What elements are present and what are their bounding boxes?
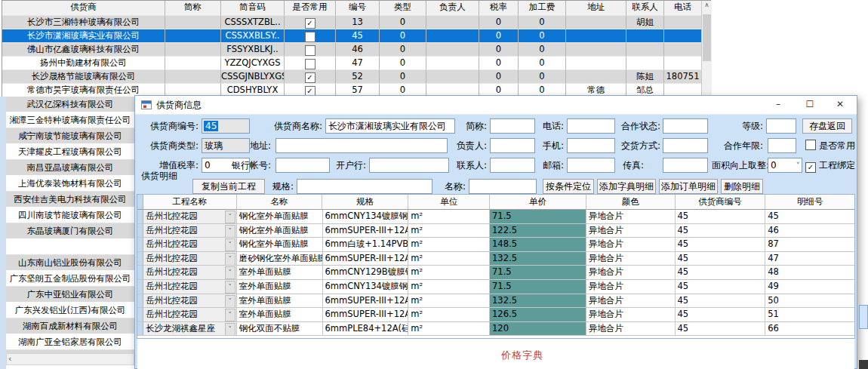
supplier-list-item[interactable]: 广东坚朗五金制品股份有限公司 (6, 271, 134, 287)
dropdown-icon[interactable]: ˅ (225, 211, 235, 223)
project-combo[interactable]: 岳州北控花园˅ (143, 294, 237, 309)
checkbox-icon[interactable] (305, 45, 315, 56)
supplier-list-item[interactable]: 湖南广亚全铝家居有限公司 (6, 334, 134, 350)
column-header[interactable]: 联系人 (626, 1, 664, 16)
column-header[interactable]: 是否常用 (285, 1, 336, 16)
grid-column-header[interactable]: 规格 (322, 195, 408, 210)
column-header[interactable]: 编号 (336, 1, 380, 16)
address-field[interactable] (275, 138, 448, 153)
scroll-up-icon[interactable]: ∧ (702, 1, 712, 11)
add-dict-button[interactable]: 添加字典明细 (597, 179, 656, 194)
dropdown-icon[interactable]: ˅ (225, 238, 235, 251)
bind-checkbox[interactable]: ✓工程绑定 (805, 158, 855, 173)
locate-button[interactable]: 按条件定位 (543, 179, 594, 194)
project-combo[interactable]: 岳州北控花园˅ (143, 252, 237, 266)
column-header[interactable]: 简音码 (221, 1, 285, 16)
detail-row[interactable]: 岳州北控花园˅室外单面贴膜6mmCNY134镀膜钢化m²71.5异地合片4549 (137, 280, 854, 294)
dropdown-icon[interactable]: ˅ (225, 266, 235, 279)
grid-column-header[interactable]: 明细号 (765, 195, 854, 210)
grid-column-header[interactable]: 供货商编号 (676, 195, 766, 210)
detail-row[interactable]: 岳州北控花园˅磨砂钢化室外单面贴膜6mmSUPER-III+12A(硅...m²… (137, 252, 854, 266)
supplier-name-field[interactable] (325, 118, 455, 134)
detail-row[interactable]: 长沙龙湖祺鑫星座˅钢化双面不贴膜6mmPLE84+12A(硅酮胶...m²120… (137, 322, 854, 337)
supplier-list-item[interactable]: 西安佳吉美电力科技有限公司 (6, 192, 134, 208)
scrollbar-thumb[interactable] (703, 14, 711, 61)
grade-field[interactable] (766, 118, 796, 134)
dropdown-icon[interactable]: ˅ (225, 323, 235, 336)
phone-field[interactable] (567, 118, 615, 134)
dropdown-icon[interactable]: ˅ (225, 225, 235, 238)
horizontal-scrollbar[interactable]: ‹ (6, 353, 134, 365)
supplier-row[interactable]: 扬州中勤建材有限公司YZZQJCYXGS47000 (2, 57, 701, 70)
column-header[interactable]: 税率 (479, 1, 519, 16)
supplier-list-item[interactable]: 山东南山铝业股份有限公司 (6, 255, 134, 271)
bank-field[interactable] (369, 158, 449, 173)
supplier-list-item[interactable]: 南昌亚晶玻璃有限公司 (6, 160, 134, 176)
supplier-list-item[interactable]: 湘潭三金特种玻璃有限责任公司 (6, 112, 134, 128)
supplier-list-item[interactable] (6, 239, 134, 255)
supplier-list-item[interactable]: 上海优泰装饰材料有限公司 (6, 176, 134, 192)
supplier-row[interactable]: 佛山市亿鑫玻璃科技有限公司FSSYXBLKJ..46000 (2, 43, 701, 57)
supplier-row[interactable]: 长沙市潇湘玻璃实业有限公司CSSXXBLSY..45000 (2, 29, 701, 43)
close-button[interactable]: ✕ (825, 96, 855, 114)
supplier-row[interactable]: 长沙市三湘特种玻璃有限公司CSSSXTZBL..✓13000胡姐 (2, 16, 701, 29)
delivery-field[interactable] (663, 138, 708, 153)
abbr-field[interactable] (490, 118, 535, 134)
save-return-button[interactable]: 存盘返回 (802, 118, 852, 134)
column-header[interactable]: 加工费 (519, 1, 566, 16)
supplier-list-item[interactable]: 湖南百成新材料有限公司 (6, 318, 134, 334)
contact-field[interactable] (490, 158, 535, 173)
supplier-row[interactable]: 长沙晟格节能玻璃有限公司CSSGJNBLYXGS✓52000陈姐180751 (2, 70, 701, 84)
copy-project-button[interactable]: 复制当前工程 (192, 179, 265, 194)
checkbox-icon[interactable]: ✓ (305, 72, 315, 83)
coop-years-field[interactable] (768, 138, 796, 153)
column-header[interactable]: 电话 (664, 1, 701, 16)
grid-column-header[interactable]: 单位 (408, 195, 490, 210)
common-checkbox[interactable]: 是否常用 (805, 138, 855, 153)
detail-row[interactable]: 岳州北控花园˅室外单面贴膜6mmSUPER-III+12A(硅...m²132.… (137, 294, 854, 309)
supplier-no-field[interactable]: 45 (202, 118, 250, 134)
add-order-button[interactable]: 添加订单明细 (659, 179, 718, 194)
column-header[interactable]: 供货商 (2, 1, 165, 16)
project-combo[interactable]: 岳州北控花园˅ (143, 280, 237, 294)
project-combo[interactable]: 岳州北控花园˅ (143, 224, 237, 238)
supplier-list-item[interactable]: 四川南玻节能玻璃有限公司 (6, 208, 134, 223)
vertical-scrollbar[interactable]: ∧ (701, 1, 712, 97)
owner-field[interactable] (490, 138, 535, 153)
grid-column-header[interactable]: 工程名称 (143, 195, 237, 210)
dialog-titlebar[interactable]: 供货商信息 – ☐ ✕ (135, 96, 857, 115)
column-header[interactable]: 简称 (165, 1, 221, 16)
detail-row[interactable]: 岳州北控花园˅钢化室外单面贴膜6mmCNY134镀膜钢化m²71.5异地合片45… (137, 210, 854, 224)
type-field[interactable] (202, 138, 250, 153)
spec-filter-input[interactable] (297, 179, 432, 194)
minimize-button[interactable]: – (763, 96, 793, 114)
delete-detail-button[interactable]: 删除明细 (721, 179, 763, 194)
column-header[interactable]: 负责人 (426, 1, 479, 16)
checkbox-icon[interactable] (305, 32, 315, 42)
supplier-list-item[interactable]: 天津耀皮工程玻璃有限公司 (6, 144, 134, 160)
grid-column-header[interactable]: 颜色 (586, 195, 676, 210)
supplier-list-item[interactable]: 咸宁南玻节能玻璃有限公司 (6, 128, 134, 144)
maximize-button[interactable]: ☐ (795, 96, 825, 114)
supplier-list-item[interactable]: 东晶玻璃厦门有限公司 (6, 223, 134, 239)
dropdown-icon[interactable]: ˅ (225, 309, 235, 321)
dropdown-icon[interactable]: ˅ (225, 295, 235, 308)
supplier-list-item[interactable]: 武汉亿深科技有限公司 (6, 97, 134, 112)
dropdown-icon[interactable]: ˅ (225, 253, 235, 266)
project-combo[interactable]: 岳州北控花园˅ (143, 238, 237, 252)
checkbox-icon[interactable]: ✓ (305, 18, 315, 29)
column-header[interactable]: 类型 (380, 1, 426, 16)
project-combo[interactable]: 长沙龙湖祺鑫星座˅ (143, 322, 237, 337)
supplier-list-item[interactable]: 广东中亚铝业有限公司 (6, 287, 134, 303)
bank-account-field[interactable] (275, 158, 330, 173)
coop-status-field[interactable] (663, 118, 708, 134)
project-combo[interactable]: 岳州北控花园˅ (143, 210, 237, 224)
project-combo[interactable]: 岳州北控花园˅ (143, 266, 237, 280)
project-combo[interactable]: 岳州北控花园˅ (143, 308, 237, 322)
email-field[interactable] (567, 158, 615, 173)
name-filter-input[interactable] (469, 179, 537, 194)
grid-column-header[interactable]: 单价 (490, 195, 586, 210)
detail-row[interactable]: 岳州北控花园˅钢化室外单面贴膜6mm白玻+1.14PVB+6mm...m²148… (137, 238, 854, 252)
round-up-combo[interactable]: 0˅ (768, 158, 802, 173)
dropdown-icon[interactable]: ˅ (225, 281, 235, 294)
